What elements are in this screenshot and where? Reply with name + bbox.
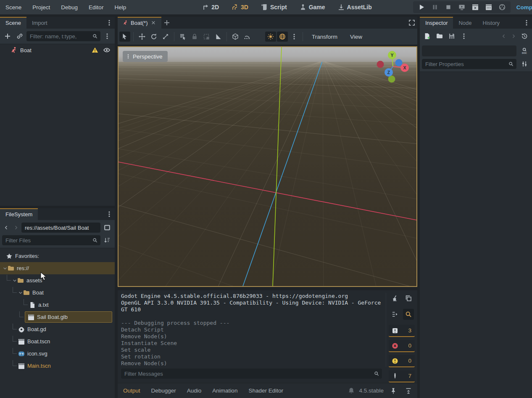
play-scene-button[interactable] bbox=[469, 2, 482, 12]
node-warning-button[interactable] bbox=[90, 45, 100, 55]
scene-filter-input[interactable] bbox=[26, 31, 100, 41]
stop-button[interactable] bbox=[442, 2, 455, 12]
mesh-menu-button[interactable] bbox=[230, 32, 241, 42]
inspector-history-button[interactable] bbox=[519, 31, 530, 41]
scale-tool-button[interactable] bbox=[160, 32, 171, 42]
filter-editor-toggle[interactable]: 7 bbox=[389, 370, 415, 382]
version-label[interactable]: 4.5.stable bbox=[359, 387, 384, 394]
bottom-tab-audio[interactable]: Audio bbox=[182, 383, 207, 398]
output-filter-input[interactable] bbox=[121, 369, 382, 379]
tab-scene[interactable]: Scene bbox=[0, 17, 26, 29]
tab-inspector[interactable]: Inspector bbox=[420, 17, 453, 29]
open-docs-button[interactable]: DOC bbox=[519, 46, 530, 56]
renderer-select[interactable]: Compatibility bbox=[516, 4, 532, 11]
switch-game[interactable]: Game bbox=[300, 4, 325, 11]
move-tool-button[interactable] bbox=[137, 32, 147, 42]
scene-tab-boat[interactable]: Boat(*) bbox=[118, 17, 161, 29]
menu-project[interactable]: Project bbox=[27, 0, 55, 14]
inspector-dock-menu-button[interactable] bbox=[521, 18, 532, 28]
group-selected-button[interactable] bbox=[201, 32, 212, 42]
viewport-3d[interactable]: Perspective YXZ bbox=[118, 46, 417, 287]
scene-dock-menu-button[interactable] bbox=[102, 31, 113, 41]
tab-filesystem[interactable]: FileSystem bbox=[0, 208, 38, 220]
view-axis-gizmo[interactable]: YXZ bbox=[364, 48, 413, 88]
copy-output-button[interactable] bbox=[403, 293, 414, 304]
bottom-tab-shader-editor[interactable]: Shader Editor bbox=[243, 383, 289, 398]
node-visibility-toggle[interactable] bbox=[102, 45, 111, 55]
preview-environment-button[interactable] bbox=[277, 32, 288, 42]
filesystem-dock-menu-button[interactable] bbox=[104, 209, 115, 219]
viewport-menu-view[interactable]: View bbox=[344, 34, 368, 40]
fs-item-sail-boat-glb[interactable]: Sail Boat.glb bbox=[0, 311, 115, 323]
bottom-tab-animation[interactable]: Animation bbox=[207, 383, 243, 398]
save-resource-button[interactable] bbox=[446, 31, 457, 41]
distraction-free-button[interactable] bbox=[406, 18, 417, 28]
current-path-input[interactable] bbox=[21, 223, 100, 233]
show-search-button[interactable] bbox=[403, 309, 414, 320]
fs-item-favorites-[interactable]: Favorites: bbox=[0, 250, 115, 262]
collapse-duplicates-button[interactable] bbox=[390, 309, 400, 320]
menu-debug[interactable]: Debug bbox=[55, 0, 83, 14]
fs-item-res-[interactable]: res:// bbox=[0, 262, 115, 274]
run-remote-button[interactable] bbox=[455, 2, 469, 12]
menu-editor[interactable]: Editor bbox=[83, 0, 109, 14]
rotate-tool-button[interactable] bbox=[148, 32, 159, 42]
movie-maker-button[interactable] bbox=[495, 2, 509, 12]
bottom-tab-debugger[interactable]: Debugger bbox=[146, 383, 182, 398]
switch-2d[interactable]: 2D bbox=[202, 4, 219, 11]
fs-item-main-tscn[interactable]: Main.tscn bbox=[0, 360, 115, 372]
play-custom-scene-button[interactable] bbox=[482, 2, 495, 12]
scene-tabs-menu-button[interactable] bbox=[104, 18, 115, 28]
switch-script[interactable]: Script bbox=[261, 4, 287, 11]
notifications-bell-icon[interactable] bbox=[348, 387, 355, 394]
tab-import[interactable]: Import bbox=[26, 17, 53, 29]
resource-menu-button[interactable] bbox=[458, 31, 469, 41]
fs-item-a-txt[interactable]: a.txt bbox=[0, 299, 115, 311]
pin-bottom-panel-button[interactable] bbox=[388, 386, 399, 396]
fs-item-assets[interactable]: assets bbox=[0, 274, 115, 287]
play-button[interactable] bbox=[415, 2, 428, 12]
filter-errors-toggle[interactable]: 0 bbox=[389, 340, 415, 352]
snap-toggle-button[interactable] bbox=[242, 32, 253, 42]
history-forward-button[interactable] bbox=[12, 223, 20, 233]
scene-node-boat[interactable]: Boat bbox=[0, 44, 115, 56]
tab-history[interactable]: History bbox=[477, 17, 505, 29]
new-scene-tab-button[interactable] bbox=[161, 18, 172, 28]
property-filter-input[interactable] bbox=[422, 59, 516, 69]
menu-help[interactable]: Help bbox=[109, 0, 132, 14]
file-filter-input[interactable] bbox=[2, 235, 100, 245]
property-tools-button[interactable] bbox=[519, 59, 530, 69]
file-sort-button[interactable] bbox=[102, 235, 113, 245]
switch-assetlib[interactable]: AssetLib bbox=[338, 4, 372, 11]
viewport-menu-transform[interactable]: Transform bbox=[306, 34, 343, 40]
preview-sunlight-button[interactable] bbox=[265, 32, 276, 42]
sun-environment-options-button[interactable] bbox=[289, 32, 300, 42]
new-resource-button[interactable] bbox=[422, 31, 433, 41]
ruler-tool-button[interactable] bbox=[213, 32, 224, 42]
tab-node[interactable]: Node bbox=[453, 17, 477, 29]
fs-item-boat-tscn[interactable]: Boat.tscn bbox=[0, 335, 115, 348]
add-node-button[interactable] bbox=[2, 31, 13, 41]
inspector-back-button[interactable] bbox=[500, 31, 508, 41]
expand-bottom-panel-button[interactable] bbox=[403, 386, 414, 396]
pause-button[interactable] bbox=[428, 2, 442, 12]
fs-item-boat[interactable]: Boat bbox=[0, 287, 115, 299]
inspector-forward-button[interactable] bbox=[509, 31, 518, 41]
fs-item-icon-svg[interactable]: icon.svg bbox=[0, 348, 115, 360]
toggle-split-mode-button[interactable] bbox=[102, 223, 113, 233]
load-resource-button[interactable] bbox=[434, 31, 445, 41]
history-back-button[interactable] bbox=[2, 223, 11, 233]
filter-messages-toggle[interactable]: 3 bbox=[389, 325, 415, 337]
menu-scene[interactable]: Scene bbox=[0, 0, 27, 14]
clear-output-button[interactable] bbox=[390, 293, 400, 304]
fs-item-boat-gd[interactable]: Boat.gd bbox=[0, 323, 115, 335]
lock-selected-button[interactable] bbox=[189, 32, 200, 42]
bottom-tab-output[interactable]: Output bbox=[118, 383, 146, 398]
instance-scene-button[interactable] bbox=[14, 31, 25, 41]
list-select-tool-button[interactable] bbox=[177, 32, 188, 42]
switch-3d[interactable]: 3D bbox=[232, 4, 248, 11]
filter-warnings-toggle[interactable]: 0 bbox=[389, 355, 415, 367]
close-icon[interactable] bbox=[151, 20, 156, 25]
perspective-menu[interactable]: Perspective bbox=[123, 51, 168, 62]
select-tool-button[interactable] bbox=[119, 32, 130, 42]
